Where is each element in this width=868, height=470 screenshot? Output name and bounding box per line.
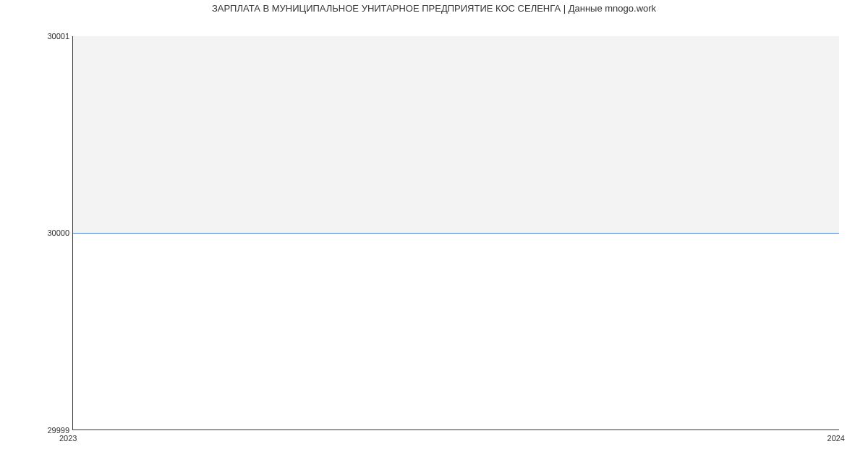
chart-title: ЗАРПЛАТА В МУНИЦИПАЛЬНОЕ УНИТАРНОЕ ПРЕДП… <box>0 3 868 14</box>
data-line <box>73 233 839 234</box>
x-axis-tick: 2024 <box>827 434 845 443</box>
plot-background-upper <box>73 36 839 233</box>
y-axis-tick: 30000 <box>26 228 69 237</box>
plot-area <box>72 36 839 430</box>
chart-container: ЗАРПЛАТА В МУНИЦИПАЛЬНОЕ УНИТАРНОЕ ПРЕДП… <box>0 0 868 470</box>
x-axis-tick: 2023 <box>59 434 77 443</box>
y-axis-tick: 30001 <box>26 32 69 40</box>
